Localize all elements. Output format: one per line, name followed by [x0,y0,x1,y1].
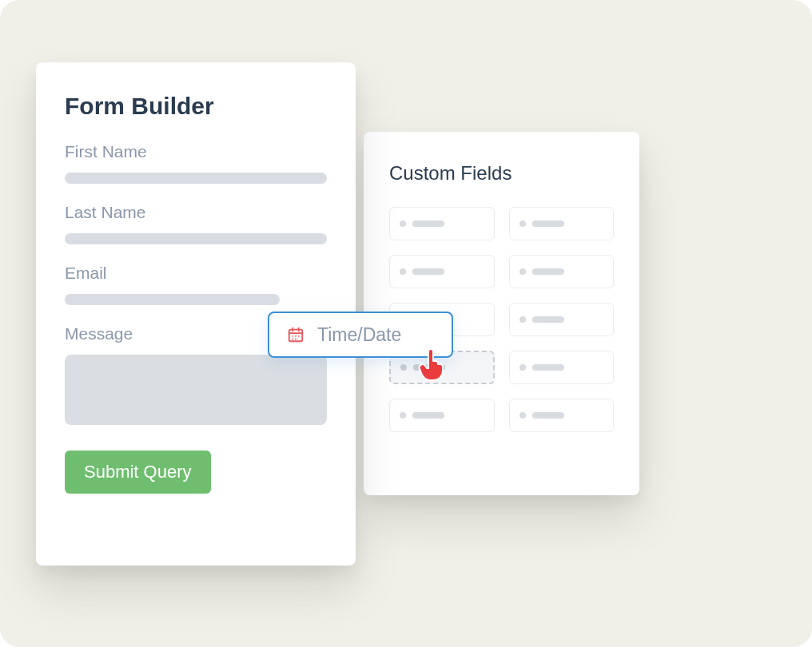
last-name-input[interactable] [65,233,327,244]
email-label: Email [65,264,327,283]
first-name-label: First Name [65,142,327,161]
field-chip[interactable] [509,399,615,432]
message-textarea[interactable] [65,355,327,425]
submit-button[interactable]: Submit Query [65,451,211,494]
field-chip[interactable] [509,207,615,240]
form-group-first-name: First Name [65,142,327,184]
custom-fields-title: Custom Fields [389,162,614,185]
email-input[interactable] [65,294,280,305]
svg-point-7 [292,339,293,340]
form-group-last-name: Last Name [65,203,327,244]
field-chip[interactable] [509,303,615,336]
svg-point-8 [295,339,297,340]
field-chip[interactable] [509,255,615,288]
field-chip[interactable] [389,399,495,432]
calendar-icon [287,326,304,343]
dragging-field-label: Time/Date [317,324,401,346]
field-chip[interactable] [389,255,495,288]
form-builder-title: Form Builder [65,93,327,120]
field-chip[interactable] [389,207,495,240]
first-name-input[interactable] [65,173,327,184]
svg-point-4 [292,335,293,337]
form-group-email: Email [65,264,327,305]
canvas: Custom Fields Form Builder First Name La… [0,0,812,647]
pointer-cursor-icon [417,348,446,382]
field-chip[interactable] [509,351,615,384]
svg-point-5 [295,335,297,337]
last-name-label: Last Name [65,203,327,222]
svg-point-6 [298,335,300,337]
